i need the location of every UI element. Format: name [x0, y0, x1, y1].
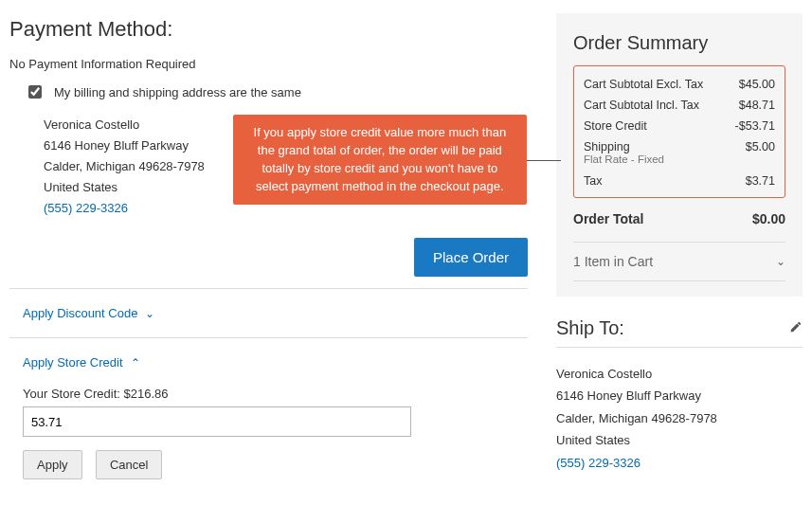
edit-ship-to-button[interactable]	[789, 320, 803, 337]
apply-store-credit-label: Apply Store Credit	[23, 355, 123, 370]
value: $5.00	[746, 140, 775, 153]
ship-to-block: Ship To: Veronica Costello 6146 Honey Bl…	[556, 317, 803, 474]
divider	[9, 337, 528, 338]
chevron-down-icon: ⌄	[145, 307, 154, 320]
ship-to-address: Veronica Costello 6146 Honey Bluff Parkw…	[556, 363, 803, 474]
apply-discount-label: Apply Discount Code	[23, 306, 137, 320]
place-order-button[interactable]: Place Order	[414, 238, 528, 277]
order-summary-panel: Order Summary Cart Subtotal Excl. Tax $4…	[556, 13, 803, 297]
ship-phone-link[interactable]: (555) 229-3326	[556, 456, 641, 470]
apply-store-credit-toggle[interactable]: Apply Store Credit ⌃	[23, 355, 528, 370]
no-payment-text: No Payment Information Required	[9, 57, 528, 71]
order-total-row: Order Total $0.00	[573, 211, 785, 226]
summary-row-tax: Tax $3.71	[584, 171, 775, 191]
addr-country: United States	[44, 177, 205, 198]
store-credit-balance: Your Store Credit: $216.86	[23, 387, 528, 401]
cancel-button[interactable]: Cancel	[96, 450, 162, 479]
store-credit-input[interactable]	[23, 406, 411, 437]
callout-text: If you apply store credit value more muc…	[254, 125, 507, 193]
order-total-value: $0.00	[752, 211, 785, 226]
billing-same-label: My billing and shipping address are the …	[54, 85, 301, 99]
page-title: Payment Method:	[9, 17, 528, 42]
apply-discount-toggle[interactable]: Apply Discount Code ⌄	[23, 306, 528, 320]
ship-city: Calder, Michigan 49628-7978	[556, 407, 803, 429]
label: Tax	[584, 174, 602, 188]
label: Shipping	[584, 140, 630, 153]
ship-country: United States	[556, 429, 803, 451]
apply-button[interactable]: Apply	[23, 450, 82, 479]
callout-box: If you apply store credit value more muc…	[233, 115, 527, 205]
divider	[9, 288, 528, 289]
billing-same-checkbox[interactable]	[28, 85, 42, 99]
ship-to-title: Ship To:	[556, 317, 624, 339]
billing-address: Veronica Costello 6146 Honey Bluff Parkw…	[44, 115, 205, 219]
addr-city: Calder, Michigan 49628-7978	[44, 156, 205, 177]
ship-name: Veronica Costello	[556, 363, 803, 385]
summary-row-shipping-sub: Flat Rate - Fixed	[584, 153, 775, 171]
label: Cart Subtotal Incl. Tax	[584, 99, 699, 112]
value: $45.00	[739, 78, 775, 91]
callout-connector	[527, 160, 561, 161]
summary-row-store-credit: Store Credit -$53.71	[584, 116, 775, 136]
chevron-up-icon: ⌃	[131, 356, 140, 370]
value: $3.71	[746, 174, 775, 188]
order-summary-title: Order Summary	[573, 32, 785, 54]
chevron-down-icon: ⌄	[776, 255, 785, 268]
summary-row-subtotal-incl: Cart Subtotal Incl. Tax $48.71	[584, 95, 775, 116]
pencil-icon	[789, 320, 803, 334]
value: -$53.71	[735, 119, 775, 133]
cart-items-toggle[interactable]: 1 Item in Cart ⌄	[573, 242, 785, 281]
addr-name: Veronica Costello	[44, 115, 205, 135]
addr-street: 6146 Honey Bluff Parkway	[44, 135, 205, 156]
order-summary-box: Cart Subtotal Excl. Tax $45.00 Cart Subt…	[573, 65, 785, 198]
order-total-label: Order Total	[573, 211, 643, 226]
label: Cart Subtotal Excl. Tax	[584, 78, 703, 91]
cart-items-label: 1 Item in Cart	[573, 254, 653, 269]
ship-street: 6146 Honey Bluff Parkway	[556, 385, 803, 406]
label: Store Credit	[584, 119, 647, 133]
value: $48.71	[739, 99, 775, 112]
summary-row-subtotal-excl: Cart Subtotal Excl. Tax $45.00	[584, 74, 775, 95]
addr-phone-link[interactable]: (555) 229-3326	[44, 201, 128, 215]
